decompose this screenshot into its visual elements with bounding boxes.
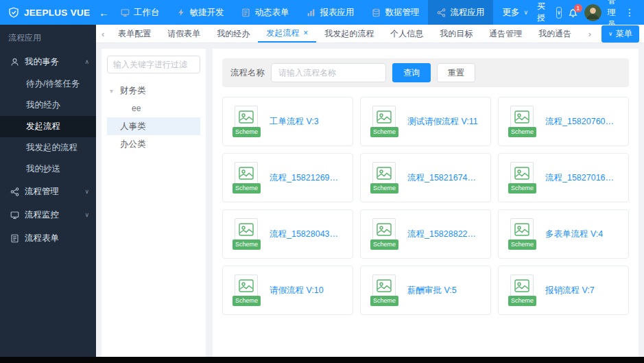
tree-node-finance[interactable]: ▾ 财务类 xyxy=(107,82,200,99)
sidebar-group-process-form[interactable]: 流程表单 xyxy=(0,226,96,250)
nav-item-dynamic-form[interactable]: 动态表单 xyxy=(232,0,298,25)
nav-item-agile-dev[interactable]: 敏捷开发 xyxy=(168,0,232,25)
process-card[interactable]: Scheme 请假流程 V:10 xyxy=(222,266,353,315)
image-placeholder-icon xyxy=(377,167,392,180)
process-card[interactable]: Scheme 多表单流程 V:4 xyxy=(498,209,629,259)
bottom-strip xyxy=(0,357,644,363)
tab-my-started[interactable]: 我发起的流程 xyxy=(316,25,382,43)
scheme-badge: Scheme xyxy=(370,183,398,194)
process-thumbnail: Scheme xyxy=(508,218,536,250)
image-placeholder-icon xyxy=(239,110,254,124)
license-dropdown[interactable]: ∨ xyxy=(556,7,562,19)
process-card[interactable]: Scheme 流程_1582126919921 V:3 xyxy=(222,153,353,202)
back-button[interactable]: ← xyxy=(96,7,112,19)
tab-my-goals[interactable]: 我的目标 xyxy=(431,25,481,43)
process-card[interactable]: Scheme 流程_1582882262500 V:4 xyxy=(360,209,491,259)
close-icon[interactable]: × xyxy=(303,28,308,38)
sidebar-item-todo-tasks[interactable]: 待办/待签任务 xyxy=(0,73,96,95)
tabs-scroll-right[interactable]: › xyxy=(583,29,597,39)
nav-item-more[interactable]: 更多 ∨ xyxy=(493,0,537,25)
process-card-link[interactable]: 流程_1582804337829 V:3 xyxy=(270,229,343,240)
nav-item-data-mgmt[interactable]: 数据管理 xyxy=(363,0,428,25)
nav-item-workbench[interactable]: 工作台 xyxy=(112,0,169,25)
tree-node-office[interactable]: 办公类 xyxy=(107,135,200,153)
sidebar: 流程应用 我的事务 ∧ 待办/待签任务 我的经办 发起流程 我发起的流程 我的抄… xyxy=(0,25,96,363)
search-button[interactable]: 查询 xyxy=(392,63,431,82)
image-placeholder-icon xyxy=(514,110,529,124)
scheme-badge: Scheme xyxy=(232,183,261,194)
category-tree: ▾ 财务类 ee 人事类 办公类 xyxy=(107,82,200,153)
more-menu-icon[interactable]: ⋮ xyxy=(623,7,636,18)
sidebar-group-my-affairs[interactable]: 我的事务 ∧ xyxy=(0,50,96,73)
image-placeholder-icon xyxy=(377,279,392,293)
image-placeholder-icon xyxy=(239,279,254,293)
document-icon xyxy=(10,234,19,243)
nav-item-report-app[interactable]: 报表应用 xyxy=(298,0,363,25)
process-card-link[interactable]: 报销流程 V:7 xyxy=(545,285,595,296)
image-placeholder-icon xyxy=(514,167,529,180)
process-card-link[interactable]: 多表单流程 V:4 xyxy=(545,229,603,240)
sidebar-group-process-mgmt[interactable]: 流程管理 ∨ xyxy=(0,180,96,203)
tab-personal-info[interactable]: 个人信息 xyxy=(382,25,431,43)
tab-form-config[interactable]: 表单配置 xyxy=(110,25,159,43)
database-icon xyxy=(372,8,381,17)
scheme-badge: Scheme xyxy=(508,239,536,250)
process-card[interactable]: Scheme 测试请假流程 V:11 xyxy=(360,97,491,146)
process-card[interactable]: Scheme 薪酬审批 V:5 xyxy=(360,266,491,315)
tabs: 表单配置 请假表单 我的经办 发起流程 × 我发起的流程 个人信息 我的目标 通… xyxy=(110,25,582,43)
sidebar-item-my-handled[interactable]: 我的经办 xyxy=(0,95,96,116)
process-card-link[interactable]: 流程_1582701646757 V:1 xyxy=(545,172,619,184)
process-card[interactable]: Scheme 流程_1582167449204 V:1 xyxy=(360,153,491,202)
form-icon xyxy=(241,8,250,17)
process-card-link[interactable]: 工单流程 V:3 xyxy=(270,116,319,128)
shield-logo-icon xyxy=(8,7,19,18)
tabbar: ‹ 表单配置 请假表单 我的经办 发起流程 × 我发起的流程 个人信息 我的目标… xyxy=(96,25,644,43)
tree-node-hr[interactable]: 人事类 xyxy=(107,117,200,135)
process-name-label: 流程名称 xyxy=(230,67,265,79)
user-icon xyxy=(10,58,19,67)
process-thumbnail: Scheme xyxy=(508,274,536,306)
nav-item-process-app[interactable]: 流程应用 xyxy=(428,0,493,25)
process-card-link[interactable]: 薪酬审批 V:5 xyxy=(407,285,457,296)
process-card[interactable]: Scheme 流程_1582076068803 V:5 xyxy=(498,97,629,146)
sidebar-title: 流程应用 xyxy=(0,25,96,50)
tabs-scroll-left[interactable]: ‹ xyxy=(96,29,110,39)
scheme-badge: Scheme xyxy=(508,296,536,306)
process-card[interactable]: Scheme 报销流程 V:7 xyxy=(498,266,629,315)
process-card-link[interactable]: 流程_1582882262500 V:4 xyxy=(407,229,481,240)
tree-filter-input[interactable] xyxy=(107,56,200,73)
caret-down-icon[interactable]: ▾ xyxy=(110,87,120,95)
process-card[interactable]: Scheme 工单流程 V:3 xyxy=(222,97,353,146)
tab-my-handled[interactable]: 我的经办 xyxy=(208,25,258,43)
scheme-badge: Scheme xyxy=(232,239,261,250)
process-thumbnail: Scheme xyxy=(508,106,536,137)
process-card-link[interactable]: 请假流程 V:10 xyxy=(270,285,324,296)
process-card-grid: Scheme 工单流程 V:3 Scheme 测试请假流程 V:11 Schem… xyxy=(222,97,629,315)
process-card[interactable]: Scheme 流程_1582701646757 V:1 xyxy=(498,153,629,202)
tab-menu-button[interactable]: ∨ 菜单 xyxy=(601,25,639,43)
process-card-link[interactable]: 测试请假流程 V:11 xyxy=(407,116,478,128)
sidebar-item-my-started[interactable]: 我发起的流程 xyxy=(0,137,96,159)
reset-button[interactable]: 重置 xyxy=(437,63,475,82)
process-card-link[interactable]: 流程_1582126919921 V:3 xyxy=(270,172,343,184)
process-name-input[interactable] xyxy=(271,63,386,82)
process-card-link[interactable]: 流程_1582167449204 V:1 xyxy=(407,172,481,184)
tab-my-notice[interactable]: 我的通告 xyxy=(530,25,580,43)
process-card[interactable]: Scheme 流程_1582804337829 V:3 xyxy=(222,209,353,259)
notification-bell[interactable]: 1 xyxy=(568,8,578,18)
avatar[interactable] xyxy=(584,4,601,21)
tree-node-ee[interactable]: ee xyxy=(107,99,200,117)
chevron-down-icon: ∨ xyxy=(84,188,89,195)
process-card-link[interactable]: 流程_1582076068803 V:5 xyxy=(545,116,619,128)
tab-leave-form[interactable]: 请假表单 xyxy=(159,25,208,43)
image-placeholder-icon xyxy=(514,223,529,237)
sidebar-item-start-process[interactable]: 发起流程 xyxy=(0,116,96,137)
sidebar-item-my-cc[interactable]: 我的抄送 xyxy=(0,159,96,180)
tab-notice-mgmt[interactable]: 通告管理 xyxy=(481,25,530,43)
tab-start-process[interactable]: 发起流程 × xyxy=(258,25,316,43)
image-placeholder-icon xyxy=(514,279,529,293)
sidebar-group-process-monitor[interactable]: 流程监控 ∨ xyxy=(0,203,96,226)
process-thumbnail: Scheme xyxy=(370,106,398,137)
scheme-badge: Scheme xyxy=(508,183,536,194)
process-thumbnail: Scheme xyxy=(232,106,260,137)
